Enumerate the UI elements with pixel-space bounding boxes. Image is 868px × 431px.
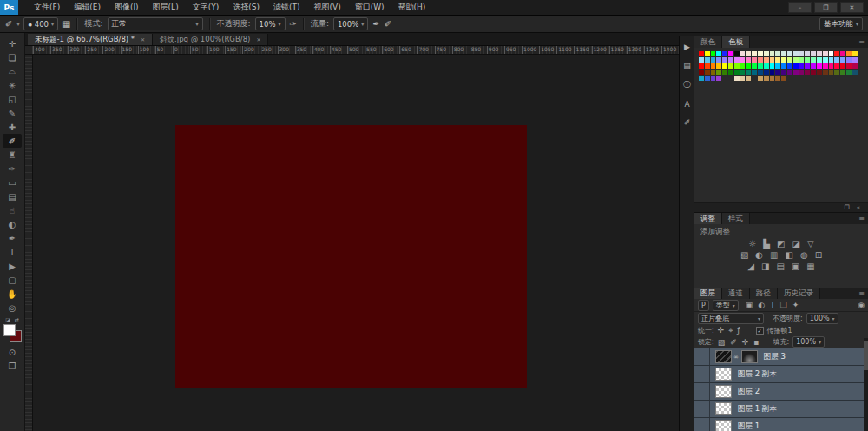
quick-mask-button[interactable]: ⊙ — [3, 345, 22, 359]
color-swatch[interactable] — [834, 70, 839, 75]
color-swatch[interactable] — [722, 63, 727, 69]
layers-tab-0[interactable]: 图层 — [694, 288, 722, 299]
lock-icon[interactable]: ✛ — [742, 338, 749, 347]
color-swatch[interactable] — [722, 57, 727, 63]
layer-visibility-toggle[interactable] — [694, 401, 710, 417]
actions-panel-icon[interactable]: ▶ — [684, 43, 690, 51]
color-swatch[interactable] — [752, 57, 757, 63]
adjustment-icon[interactable]: ▣ — [792, 262, 799, 271]
color-swatch[interactable] — [734, 70, 740, 75]
color-swatch[interactable] — [752, 70, 757, 75]
layer-filter-icon[interactable]: ✦ — [792, 301, 799, 309]
document-canvas[interactable] — [175, 125, 527, 388]
lock-icon[interactable]: ▪ — [753, 338, 759, 347]
adjustment-icon[interactable]: ◩ — [777, 240, 785, 249]
color-swatch[interactable] — [781, 70, 786, 75]
color-swatch[interactable] — [852, 70, 858, 75]
color-swatch[interactable] — [852, 57, 858, 63]
color-swatch[interactable] — [781, 57, 786, 63]
color-swatch[interactable] — [711, 57, 716, 63]
swatches-menu-icon[interactable]: ≡ — [858, 38, 865, 46]
document-tab-1[interactable]: 斜纹.jpg @ 100%(RGB/8)✕ — [153, 34, 268, 45]
color-swatch[interactable] — [705, 63, 710, 69]
color-swatch[interactable] — [823, 70, 828, 75]
info-panel-icon[interactable]: ⓘ — [683, 79, 691, 90]
color-swatch[interactable] — [817, 57, 822, 63]
color-swatch[interactable] — [740, 63, 746, 69]
menu-item-0[interactable]: 文件(F) — [27, 0, 67, 15]
color-swatch[interactable] — [734, 57, 740, 63]
unify-icon[interactable]: ⌖ — [728, 326, 733, 335]
canvas-viewport[interactable] — [33, 55, 679, 431]
color-swatch[interactable] — [829, 51, 834, 56]
color-swatch[interactable] — [699, 63, 704, 69]
tool-preset-arrow-icon[interactable]: ▾ — [16, 21, 19, 27]
color-swatch[interactable] — [722, 70, 727, 75]
color-swatch[interactable] — [823, 63, 828, 69]
color-swatch[interactable] — [764, 51, 769, 56]
menu-item-8[interactable]: 窗口(W) — [348, 0, 391, 15]
minimize-button[interactable]: – — [788, 2, 812, 13]
restore-button[interactable]: ❐ — [814, 2, 838, 13]
layer-opacity-input[interactable]: 100% ▾ — [806, 313, 838, 324]
toggle-brush-panel-icon[interactable]: ▦ — [62, 19, 70, 29]
move-tool[interactable]: ✛ — [3, 36, 22, 50]
color-swatch[interactable] — [734, 51, 740, 56]
layer-blend-mode-select[interactable]: 正片叠底 ▾ — [698, 313, 764, 324]
color-swatch[interactable] — [834, 63, 839, 69]
layer-fill-input[interactable]: 100% ▾ — [792, 336, 825, 348]
scrollbar-thumb[interactable] — [864, 341, 868, 370]
color-swatch[interactable] — [770, 63, 775, 69]
color-swatch[interactable] — [811, 63, 816, 69]
adjustment-icon[interactable]: ▤ — [776, 262, 784, 271]
color-swatch[interactable] — [793, 63, 799, 69]
color-swatch[interactable] — [775, 51, 780, 56]
color-swatch[interactable] — [805, 70, 810, 75]
color-swatch[interactable] — [699, 70, 704, 75]
unify-icon[interactable]: ƒ — [737, 326, 740, 335]
adjustment-icon[interactable]: ▥ — [770, 251, 778, 260]
default-colors-icon[interactable]: ◪ — [5, 316, 10, 322]
color-swatch[interactable] — [840, 63, 845, 69]
color-swatch[interactable] — [746, 51, 751, 56]
color-swatch[interactable] — [811, 51, 816, 56]
color-swatch[interactable] — [840, 70, 845, 75]
adjustments-menu-icon[interactable]: ≡ — [858, 215, 865, 222]
swatches-tab-1[interactable]: 色板 — [722, 36, 750, 48]
menu-item-5[interactable]: 选择(S) — [226, 0, 266, 15]
layer-row[interactable]: ∞图层 3 — [694, 348, 868, 366]
hand-tool[interactable]: ✋ — [3, 287, 22, 301]
color-swatch[interactable] — [799, 57, 805, 63]
color-swatch[interactable] — [764, 70, 769, 75]
color-swatch[interactable] — [840, 57, 845, 63]
path-selection-tool[interactable]: ▶ — [3, 259, 22, 273]
color-swatch[interactable] — [728, 70, 733, 75]
layer-row[interactable]: 图层 2 — [694, 383, 868, 401]
color-swatch[interactable] — [770, 70, 775, 75]
color-swatch[interactable] — [716, 70, 721, 75]
color-swatch[interactable] — [705, 70, 710, 75]
layer-row[interactable]: 图层 1 — [694, 418, 868, 431]
color-swatch[interactable] — [846, 63, 852, 69]
workspace-switcher-button[interactable]: 基本功能 ▾ — [819, 17, 863, 30]
color-swatch[interactable] — [728, 51, 733, 56]
color-swatch[interactable] — [834, 51, 839, 56]
layer-filter-icon[interactable]: ❏ — [780, 301, 787, 309]
unify-icon[interactable]: ✛ — [718, 326, 725, 335]
color-swatch[interactable] — [775, 57, 780, 63]
color-swatch[interactable] — [775, 70, 780, 75]
collapse-panels-icon[interactable]: « — [857, 204, 860, 211]
color-swatch[interactable] — [793, 70, 799, 75]
clone-stamp-tool[interactable]: ♜ — [3, 148, 22, 162]
adjustment-icon[interactable]: ☼ — [748, 240, 756, 249]
color-swatch[interactable] — [758, 57, 763, 63]
color-swatch[interactable] — [817, 63, 822, 69]
color-swatch[interactable] — [740, 70, 746, 75]
menu-item-2[interactable]: 图像(I) — [108, 0, 146, 15]
color-swatch[interactable] — [770, 51, 775, 56]
layer-filter-icon[interactable]: ◐ — [758, 301, 765, 309]
color-swatch[interactable] — [823, 51, 828, 56]
tab-close-icon[interactable]: ✕ — [141, 36, 145, 43]
color-swatch[interactable] — [734, 63, 740, 69]
history-brush-tool[interactable]: ✑ — [3, 162, 22, 176]
